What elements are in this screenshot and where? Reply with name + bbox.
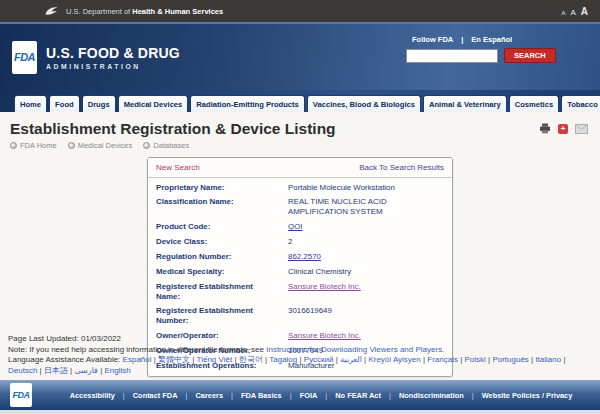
language-link-[interactable]: Русский	[304, 355, 334, 364]
breadcrumb-bullet-icon	[68, 142, 75, 149]
language-link-italiano[interactable]: Italiano	[535, 355, 561, 364]
field-label: Proprietary Name:	[148, 180, 280, 195]
en-espanol-link[interactable]: En Español	[471, 35, 512, 44]
fda-brand: U.S. FOOD & DRUG ADMINISTRATION	[46, 45, 180, 70]
text-size-medium-button[interactable]: A	[570, 8, 575, 17]
table-row: Product Code:QOI	[148, 220, 452, 235]
breadcrumb-databases[interactable]: Databases	[143, 141, 189, 150]
page-action-icons: +	[539, 123, 588, 134]
text-size-large-button[interactable]: A	[581, 6, 588, 17]
breadcrumb: FDA HomeMedical DevicesDatabases	[10, 141, 590, 150]
table-row: Proprietary Name:Portable Molecule Works…	[148, 180, 452, 195]
language-link-deutsch[interactable]: Deutsch	[8, 366, 37, 375]
language-link-polski[interactable]: Polski	[465, 355, 486, 364]
page-title: Establishment Registration & Device List…	[10, 120, 590, 138]
table-row: Classification Name:REAL TIME NUCLEIC AC…	[148, 195, 452, 220]
main-content: Establishment Registration & Device List…	[0, 112, 600, 380]
nav-tab-animal-veterinary[interactable]: Animal & Veterinary	[423, 95, 507, 112]
email-icon[interactable]	[575, 124, 588, 134]
header-right: Follow FDA | En Español SEARCH	[406, 35, 556, 63]
footer-link-careers[interactable]: Careers	[187, 391, 231, 400]
language-link-[interactable]: العربية	[340, 355, 362, 364]
breadcrumb-fda-home[interactable]: FDA Home	[10, 141, 57, 150]
text-size-small-button[interactable]: A	[561, 10, 565, 16]
language-link-portugu-s[interactable]: Português	[492, 355, 528, 364]
footer-fda-logo[interactable]: FDA	[10, 383, 32, 407]
format-note: Note: If you need help accessing informa…	[8, 345, 594, 355]
field-value: Portable Molecule Workstation	[280, 180, 452, 195]
header-links-divider: |	[461, 35, 463, 44]
header-links: Follow FDA | En Español	[406, 35, 556, 44]
share-icon[interactable]: +	[558, 124, 568, 134]
hhs-department-prefix: U.S. Department of	[66, 7, 132, 16]
field-label: Regulation Number:	[148, 249, 280, 264]
footer-link-foia[interactable]: FOIA	[292, 391, 326, 400]
bottom-strip	[0, 410, 600, 414]
nav-tab-medical-devices[interactable]: Medical Devices	[118, 95, 189, 112]
nav-tab-vaccines-blood-biologics[interactable]: Vaccines, Blood & Biologics	[307, 95, 421, 112]
language-assistance-label: Language Assistance Available:	[8, 355, 123, 364]
footer-link-nondiscrimination[interactable]: Nondiscrimination	[391, 391, 472, 400]
printer-icon[interactable]	[539, 123, 551, 134]
language-link-[interactable]: 日本語	[44, 366, 68, 375]
hhs-eagle-icon	[44, 5, 59, 18]
field-value: Sansure Biotech Inc.	[280, 279, 452, 304]
language-link-english[interactable]: English	[104, 366, 130, 375]
footer-link-fda-basics[interactable]: FDA Basics	[233, 391, 290, 400]
follow-fda-link[interactable]: Follow FDA	[412, 35, 453, 44]
page-footer-info: Page Last Updated: 01/03/2022 Note: If y…	[8, 334, 594, 376]
new-search-link[interactable]: New Search	[156, 163, 200, 172]
footer-link-no-fear-act[interactable]: No FEAR Act	[327, 391, 389, 400]
language-link-tagalog[interactable]: Tagalog	[269, 355, 297, 364]
field-value: 862.2570	[280, 249, 452, 264]
language-link-ti-ng-vi-t[interactable]: Tiếng Việt	[197, 355, 233, 364]
language-link-[interactable]: 한국어	[239, 355, 263, 364]
field-label: Registered Establishment Number:	[148, 304, 280, 329]
product-code-link[interactable]: QOI	[288, 222, 302, 231]
nav-tab-cosmetics[interactable]: Cosmetics	[509, 95, 559, 112]
hhs-top-bar: U.S. Department of Health & Human Servic…	[0, 0, 600, 22]
nav-tab-radiation-emitting-products[interactable]: Radiation-Emitting Products	[190, 95, 305, 112]
hhs-department-link[interactable]: U.S. Department of Health & Human Servic…	[66, 7, 223, 16]
language-link-krey-l-ayisyen[interactable]: Kreyòl Ayisyen	[368, 355, 420, 364]
language-separator: |	[561, 355, 565, 364]
nav-tab-drugs[interactable]: Drugs	[82, 95, 116, 112]
breadcrumb-label: Medical Devices	[78, 141, 133, 150]
regulation-number-link[interactable]: 862.2570	[288, 252, 321, 261]
fda-brand-line1: U.S. FOOD & DRUG	[46, 45, 180, 61]
footer-link-website-policies-privacy[interactable]: Website Policies / Privacy	[474, 391, 581, 400]
fda-logo[interactable]: FDA	[12, 41, 37, 74]
footer-link-contact-fda[interactable]: Contact FDA	[125, 391, 186, 400]
registered-establishment-name-link[interactable]: Sansure Biotech Inc.	[288, 282, 361, 291]
nav-tab-home[interactable]: Home	[14, 95, 47, 112]
breadcrumb-medical-devices[interactable]: Medical Devices	[68, 141, 133, 150]
fda-brand-line2: ADMINISTRATION	[46, 63, 180, 70]
viewers-players-link[interactable]: Instructions for Downloading Viewers and…	[266, 345, 444, 354]
field-label: Registered Establishment Name:	[148, 279, 280, 304]
search-input[interactable]	[406, 49, 498, 63]
language-link-[interactable]: 繁體中文	[158, 355, 190, 364]
breadcrumb-label: FDA Home	[20, 141, 57, 150]
search-button[interactable]: SEARCH	[504, 48, 556, 63]
nav-tab-tobacco-products[interactable]: Tobacco Products	[561, 95, 600, 112]
back-to-results-link[interactable]: Back To Search Results	[359, 163, 444, 172]
breadcrumb-bullet-icon	[10, 142, 17, 149]
field-label: Classification Name:	[148, 195, 280, 220]
footer-link-accessibility[interactable]: Accessibility	[62, 391, 123, 400]
format-note-text: Note: If you need help accessing informa…	[8, 345, 266, 354]
page-header: Establishment Registration & Device List…	[0, 112, 600, 150]
language-link-fran-ais[interactable]: Français	[427, 355, 458, 364]
nav-tab-food[interactable]: Food	[49, 95, 80, 112]
language-link-espa-ol[interactable]: Español	[123, 355, 152, 364]
field-label: Device Class:	[148, 235, 280, 250]
fda-header: FDA U.S. FOOD & DRUG ADMINISTRATION Foll…	[0, 22, 600, 90]
language-link-[interactable]: فارسی	[74, 366, 98, 375]
field-value: 3016619649	[280, 304, 452, 329]
hhs-department-name: Health & Human Services	[132, 7, 223, 16]
field-label: Product Code:	[148, 220, 280, 235]
breadcrumb-bullet-icon	[143, 142, 150, 149]
footer-links: Accessibility|Contact FDA|Careers|FDA Ba…	[52, 391, 590, 400]
table-row: Registered Establishment Name:Sansure Bi…	[148, 279, 452, 304]
breadcrumb-label: Databases	[153, 141, 189, 150]
table-row: Device Class:2	[148, 235, 452, 250]
